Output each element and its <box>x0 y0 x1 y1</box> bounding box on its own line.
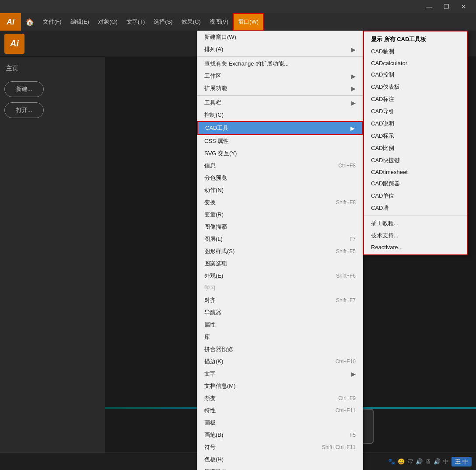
dd-new-window[interactable]: 新建窗口(W) <box>197 31 363 43</box>
submenu-reactivate[interactable]: Reactivate... <box>364 242 467 253</box>
submenu-divider <box>364 216 467 216</box>
submenu-cad-tracker[interactable]: CAD跟踪器 <box>364 178 467 190</box>
submenu-cad-description[interactable]: CAD说明 <box>364 118 467 130</box>
dd-swatches[interactable]: 色板(H) <box>197 453 363 466</box>
submenu-tech-support[interactable]: 技术支持... <box>364 230 467 242</box>
dd-layers[interactable]: 图层(L)F7 <box>197 233 363 245</box>
dd-learn[interactable]: 学习 <box>197 282 363 294</box>
status-icon-5: 🖥 <box>425 458 431 465</box>
status-icon-6: 🔊 <box>434 458 441 465</box>
dd-actions[interactable]: 动作(N) <box>197 184 363 196</box>
status-icons: 🐾 😀 🛡 🔊 🖥 🔊 中 <box>388 458 449 466</box>
status-icon-1: 🐾 <box>388 458 395 465</box>
menu-text[interactable]: 文字(T) <box>122 13 150 31</box>
dd-divider-1 <box>197 56 363 57</box>
menu-window[interactable]: 窗口(W) <box>233 13 264 31</box>
dd-navigator[interactable]: 导航器 <box>197 306 363 319</box>
menu-view[interactable]: 视图(V) <box>205 13 233 31</box>
dd-stroke[interactable]: 描边(K)Ctrl+F10 <box>197 355 363 368</box>
home-label: 主页 <box>4 61 101 76</box>
dd-divider-2 <box>197 95 363 96</box>
status-lang-zh: 中 <box>443 458 449 466</box>
dd-mosaic-preview[interactable]: 拼合器预览 <box>197 343 363 355</box>
dd-cad-tools[interactable]: CAD工具▶ <box>197 121 363 135</box>
open-button[interactable]: 打开... <box>4 102 44 118</box>
submenu-cad-annotation[interactable]: CAD标注 <box>364 93 467 105</box>
close-button[interactable]: ✕ <box>455 0 472 13</box>
submenu-cad-guide[interactable]: CAD导引 <box>364 105 467 118</box>
submenu-tutorial[interactable]: 插工教程... <box>364 217 467 230</box>
submenu-cad-shortcuts[interactable]: CAD快捷键 <box>364 154 467 167</box>
dd-symbols[interactable]: 符号Shift+Ctrl+F11 <box>197 441 363 453</box>
status-icon-4: 🔊 <box>416 458 423 465</box>
submenu-cad-calculator[interactable]: CADcalculator <box>364 58 467 69</box>
dd-appearance[interactable]: 外观(E)Shift+F6 <box>197 270 363 282</box>
dd-text-menu[interactable]: 文字▶ <box>197 368 363 380</box>
submenu-cad-dashboard[interactable]: CAD仪表板 <box>364 81 467 93</box>
dd-properties[interactable]: 特性Ctrl+F11 <box>197 404 363 417</box>
dd-color-preview[interactable]: 分色预览 <box>197 172 363 184</box>
home-icon[interactable]: 🏠 <box>21 13 38 31</box>
dd-gradient[interactable]: 渐变Ctrl+F9 <box>197 392 363 404</box>
dd-align[interactable]: 对齐Shift+F7 <box>197 294 363 306</box>
dd-asset-export[interactable]: 资源导出 <box>197 466 363 470</box>
submenu-cad-timesheet[interactable]: CADtimesheet <box>364 167 467 178</box>
menu-object[interactable]: 对象(O) <box>94 13 122 31</box>
dd-library[interactable]: 库 <box>197 331 363 343</box>
app-logo-toolbar: Ai <box>4 34 24 54</box>
dd-arrange[interactable]: 排列(A)▶ <box>197 43 363 56</box>
submenu-show-all[interactable]: 显示 所有 CAD工具板 <box>364 33 467 45</box>
dropdown-window: 新建窗口(W) 排列(A)▶ 查找有关 Exchange 的扩展功能... 工作… <box>197 31 363 470</box>
status-icon-2: 😀 <box>398 458 405 465</box>
dd-pattern-options[interactable]: 图案选项 <box>197 258 363 270</box>
dd-transform[interactable]: 变换Shift+F8 <box>197 196 363 209</box>
app-logo-menubar: Ai <box>0 13 21 31</box>
status-icon-3: 🛡 <box>407 458 413 465</box>
menu-file[interactable]: 文件(F) <box>38 13 66 31</box>
dd-css-props[interactable]: CSS 属性 <box>197 135 363 147</box>
dd-graphic-styles[interactable]: 图形样式(S)Shift+F5 <box>197 245 363 258</box>
status-lang-text: 中 <box>462 458 468 465</box>
submenu-cad-display[interactable]: CAD标示 <box>364 130 467 142</box>
dd-variables[interactable]: 变量(R) <box>197 209 363 221</box>
menu-effect[interactable]: 效果(C) <box>177 13 205 31</box>
dd-svg-interact[interactable]: SVG 交互(Y) <box>197 147 363 160</box>
dd-control[interactable]: 控制(C) <box>197 109 363 121</box>
submenu-cad-units[interactable]: CAD单位 <box>364 190 467 202</box>
dd-find-exchange[interactable]: 查找有关 Exchange 的扩展功能... <box>197 58 363 70</box>
submenu-cad-wall[interactable]: CAD墙 <box>364 202 467 214</box>
titlebar: — ❐ ✕ <box>0 0 476 13</box>
dd-attributes[interactable]: 属性 <box>197 319 363 331</box>
minimize-button[interactable]: — <box>420 0 438 13</box>
dd-doc-info[interactable]: 文档信息(M) <box>197 380 363 392</box>
status-lang-badge: 王 中 <box>452 457 472 467</box>
new-button[interactable]: 新建... <box>4 81 44 97</box>
left-panel: 主页 新建... 打开... <box>0 57 105 453</box>
dd-info[interactable]: 信息Ctrl+F8 <box>197 160 363 172</box>
menubar: Ai 🏠 文件(F) 编辑(E) 对象(O) 文字(T) 选择(S) 效果(C)… <box>0 13 476 31</box>
submenu-cad-control[interactable]: CAD控制 <box>364 69 467 81</box>
dd-toolbar-menu[interactable]: 工具栏▶ <box>197 97 363 109</box>
dd-workspace[interactable]: 工作区▶ <box>197 70 363 82</box>
restore-button[interactable]: ❐ <box>438 0 455 13</box>
status-lang-icon: 王 <box>455 458 461 465</box>
dd-brush[interactable]: 画笔(B)F5 <box>197 429 363 441</box>
dd-extensions[interactable]: 扩展功能▶ <box>197 82 363 94</box>
submenu-cad-axis[interactable]: CAD轴测 <box>364 45 467 58</box>
dd-image-trace[interactable]: 图像描摹 <box>197 221 363 233</box>
submenu-cad: 显示 所有 CAD工具板 CAD轴测 CADcalculator CAD控制 C… <box>363 31 468 255</box>
dd-artboard[interactable]: 画板 <box>197 417 363 429</box>
menu-select[interactable]: 选择(S) <box>149 13 177 31</box>
submenu-cad-scale[interactable]: CAD比例 <box>364 142 467 154</box>
menu-edit[interactable]: 编辑(E) <box>66 13 94 31</box>
